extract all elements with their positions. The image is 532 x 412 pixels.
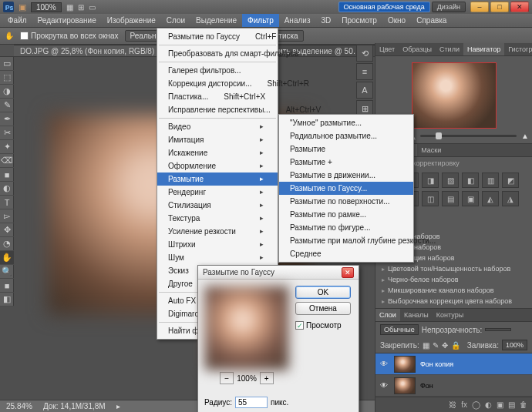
tool-eyedropper[interactable]: ✂ bbox=[0, 126, 14, 140]
mi-gallery[interactable]: Галерея фильтров... bbox=[157, 64, 278, 77]
mi-group-10[interactable]: Шум bbox=[157, 251, 278, 264]
tab-channels[interactable]: Каналы bbox=[400, 309, 433, 321]
dialog-close-button[interactable]: ✕ bbox=[342, 267, 354, 278]
tool-zoom[interactable]: 🔍 bbox=[0, 265, 14, 279]
mi-last-filter[interactable]: Размытие по ГауссуCtrl+F bbox=[157, 30, 278, 43]
adjust-icon-4[interactable]: ◧ bbox=[462, 173, 479, 188]
mi-lens[interactable]: Коррекция дисторсии...Shift+Ctrl+R bbox=[157, 77, 278, 90]
mi-blur-3[interactable]: Размытие + bbox=[279, 156, 413, 169]
mi-blur-4[interactable]: Размытие в движении... bbox=[279, 169, 413, 182]
layer-row[interactable]: 👁Фон bbox=[375, 375, 532, 397]
fx-icon[interactable]: fx bbox=[461, 400, 467, 409]
mi-blur-9[interactable]: Размытие при малой глубине резкости... bbox=[279, 234, 413, 247]
preset-4[interactable]: Черно-белое наборов bbox=[375, 274, 532, 285]
adjust-icon-13[interactable]: ◮ bbox=[502, 191, 519, 206]
mi-group-6[interactable]: Стилизация bbox=[157, 199, 278, 212]
mi-blur-5[interactable]: Размытие по Гауссу... bbox=[279, 182, 413, 195]
ok-button[interactable]: OK bbox=[295, 286, 351, 299]
tool-move[interactable]: ▭ bbox=[0, 57, 14, 71]
character-icon[interactable]: A bbox=[356, 82, 373, 99]
mi-group-8[interactable]: Усиление резкости bbox=[157, 225, 278, 238]
status-doc[interactable]: Док: 14,1M/31,8M bbox=[43, 402, 106, 410]
preset-5[interactable]: Микширование каналов наборов bbox=[375, 285, 532, 296]
tool-lasso[interactable]: ◑ bbox=[0, 85, 14, 99]
tab-color[interactable]: Цвет bbox=[375, 43, 399, 55]
adjust-icon-2[interactable]: ◨ bbox=[422, 173, 439, 188]
quickmask[interactable]: ◧ bbox=[0, 293, 14, 306]
lock-pixels-icon[interactable]: ✎ bbox=[433, 341, 439, 350]
maximize-button[interactable]: □ bbox=[490, 2, 509, 12]
menu-help[interactable]: Справка bbox=[411, 14, 452, 27]
mi-blur-1[interactable]: Радиальное размытие... bbox=[279, 129, 413, 142]
adjust-icon-12[interactable]: ◭ bbox=[482, 191, 499, 206]
visibility-icon[interactable]: 👁 bbox=[375, 381, 392, 390]
lock-position-icon[interactable]: ✥ bbox=[442, 341, 448, 350]
doc-tab-0[interactable]: DO.JPG @ 25,8% (Фон копия, RGB/8)× bbox=[14, 45, 169, 56]
history-icon[interactable]: ⟲ bbox=[356, 45, 373, 62]
mi-group-2[interactable]: Искажение bbox=[157, 146, 278, 159]
menu-3d[interactable]: 3D bbox=[315, 14, 336, 27]
mi-group-7[interactable]: Текстура bbox=[157, 212, 278, 225]
tool-stamp[interactable]: ■ bbox=[0, 168, 14, 182]
fill-input[interactable]: 100% bbox=[502, 340, 527, 350]
menu-view[interactable]: Просмотр bbox=[336, 14, 382, 27]
tool-wand[interactable]: ✎ bbox=[0, 99, 14, 112]
layer-thumb[interactable] bbox=[394, 356, 416, 373]
radius-input[interactable] bbox=[235, 397, 268, 408]
mi-group-9[interactable]: Штрихи bbox=[157, 238, 278, 251]
nav-zoom-slider[interactable] bbox=[420, 135, 517, 137]
visibility-icon[interactable]: 👁 bbox=[375, 360, 392, 368]
menu-layer[interactable]: Слои bbox=[161, 14, 190, 27]
adjustment-layer-icon[interactable]: ◐ bbox=[485, 400, 492, 409]
actions-icon[interactable]: ≡ bbox=[356, 63, 373, 80]
tab-navigator[interactable]: Навигатор bbox=[463, 43, 504, 55]
delete-layer-icon[interactable]: 🗑 bbox=[520, 400, 527, 409]
tool-crop[interactable]: ✒ bbox=[0, 112, 14, 126]
adjust-icon-5[interactable]: ▥ bbox=[482, 173, 499, 188]
tab-styles[interactable]: Стили bbox=[436, 43, 463, 55]
screen-mode-icon[interactable]: ▭ bbox=[89, 3, 96, 12]
mi-liquify[interactable]: Пластика...Shift+Ctrl+X bbox=[157, 90, 278, 103]
preview-checkbox[interactable]: ✓Просмотр bbox=[295, 321, 351, 330]
tool-marquee[interactable]: ⬚ bbox=[0, 71, 14, 85]
tool-heal[interactable]: ✦ bbox=[0, 140, 14, 154]
mask-icon[interactable]: ◯ bbox=[472, 400, 480, 409]
workspace-tab-design[interactable]: Дизайн bbox=[432, 2, 466, 12]
layer-row[interactable]: 👁Фон копия bbox=[375, 353, 532, 375]
dialog-preview[interactable] bbox=[204, 286, 289, 370]
tab-paths[interactable]: Контуры bbox=[433, 309, 467, 321]
adjust-icon-11[interactable]: ▣ bbox=[462, 191, 479, 206]
zoom-in-icon[interactable]: ▲ bbox=[521, 132, 529, 140]
tab-swatches[interactable]: Образцы bbox=[399, 43, 436, 55]
chevron-right-icon[interactable]: ▸ bbox=[116, 402, 120, 410]
adjust-icon-6[interactable]: ◩ bbox=[502, 173, 519, 188]
menu-select[interactable]: Выделение bbox=[190, 14, 242, 27]
tool-gradient[interactable]: ◐ bbox=[0, 182, 14, 196]
lock-transparency-icon[interactable]: ▦ bbox=[423, 341, 429, 350]
tool-shape[interactable]: ◔ bbox=[0, 237, 14, 251]
bridge-icon[interactable]: ▣ bbox=[19, 2, 26, 12]
mi-group-3[interactable]: Оформление bbox=[157, 159, 278, 173]
adjust-icon-10[interactable]: ▤ bbox=[442, 191, 459, 206]
status-zoom[interactable]: 25.84% bbox=[6, 402, 32, 410]
zoom-dropdown[interactable]: 100% bbox=[31, 2, 62, 12]
mi-group-5[interactable]: Рендеринг bbox=[157, 186, 278, 199]
group-icon[interactable]: ▣ bbox=[497, 400, 503, 409]
menu-window[interactable]: Окно bbox=[382, 14, 411, 27]
preset-6[interactable]: Выборочная коррекция цвета наборов bbox=[375, 296, 532, 306]
tool-path[interactable]: ✥ bbox=[0, 223, 14, 237]
mi-blur-2[interactable]: Размытие bbox=[279, 142, 413, 156]
adjust-icon-9[interactable]: ◫ bbox=[422, 191, 439, 206]
dialog-titlebar[interactable]: Размытие по Гауссу ✕ bbox=[198, 266, 359, 280]
cancel-button[interactable]: Отмена bbox=[295, 302, 351, 315]
mi-group-0[interactable]: Видео bbox=[157, 120, 278, 133]
layer-thumb[interactable] bbox=[394, 377, 416, 394]
mi-vanishing[interactable]: Исправление перспективы...Alt+Ctrl+V bbox=[157, 103, 278, 116]
tool-type[interactable]: T bbox=[0, 196, 14, 209]
menu-image[interactable]: Изображение bbox=[102, 14, 161, 27]
mi-blur-6[interactable]: Размытие по поверхности... bbox=[279, 195, 413, 208]
lock-all-icon[interactable]: 🔒 bbox=[451, 341, 460, 350]
mi-group-1[interactable]: Имитация bbox=[157, 133, 278, 146]
tab-layers[interactable]: Слои bbox=[375, 309, 400, 321]
tool-pen[interactable]: ▻ bbox=[0, 209, 14, 223]
